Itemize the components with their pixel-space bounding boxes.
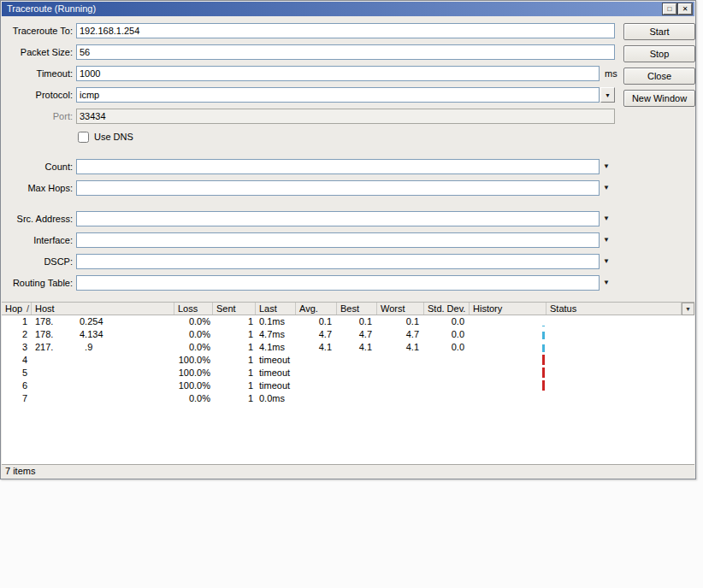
traceroute-table-header: Hop/HostLossSentLastAvg.BestWorstStd. De… (2, 303, 682, 315)
interface-label: Interface: (1, 232, 73, 248)
close-button[interactable]: Close (623, 68, 695, 85)
cell-status (546, 341, 694, 354)
cell-status (546, 315, 694, 328)
protocol-dropdown-button[interactable]: ▼ (600, 87, 615, 103)
column-header-label: Best (340, 303, 359, 315)
history-bar (542, 368, 545, 378)
interface-expand-arrow-icon[interactable]: ▼ (603, 237, 610, 244)
traceroute-row[interactable]: 3217. .90.0%14.1ms4.14.14.10.0 (2, 341, 694, 354)
cell-best (337, 367, 377, 379)
count-input[interactable] (76, 159, 600, 174)
timeout-label: Timeout: (1, 66, 73, 81)
traceroute-window: Traceroute (Running) □ ✕ Traceroute To: … (0, 0, 696, 479)
packet-size-label: Packet Size: (1, 44, 73, 60)
stop-button[interactable]: Stop (623, 45, 695, 62)
close-button[interactable]: ✕ (678, 3, 692, 15)
traceroute-status-text: 7 items (5, 466, 35, 476)
field-timeout: Timeout: ms (1, 66, 695, 81)
cell-host: 178. 4.134 (32, 328, 174, 341)
cell-avg (296, 354, 337, 367)
field-port: Port: (1, 109, 695, 124)
cell-hop: 7 (2, 392, 32, 405)
column-header-label: Worst (381, 303, 405, 315)
packet-size-input[interactable] (76, 44, 615, 60)
traceroute-row[interactable]: 6100.0%1timeout (2, 379, 694, 392)
cell-loss: 100.0% (174, 354, 213, 367)
cell-hop: 4 (2, 354, 32, 367)
cell-status (546, 379, 694, 392)
column-header-worst[interactable]: Worst (377, 303, 424, 315)
traceroute-row[interactable]: 70.0%10.0ms (2, 392, 694, 405)
routing-table-input[interactable] (76, 275, 600, 291)
traceroute-row[interactable]: 2178. 4.1340.0%14.7ms4.74.74.70.0 (2, 328, 694, 341)
column-select-button[interactable]: ▼ (682, 303, 694, 315)
timeout-input[interactable] (76, 66, 600, 81)
cell-avg: 4.7 (296, 328, 337, 341)
column-header-label: Host (35, 303, 55, 315)
use-dns-checkbox[interactable] (78, 132, 89, 143)
chevron-down-icon: ▼ (685, 306, 691, 312)
column-header-last[interactable]: Last (256, 303, 296, 315)
column-header-stddev[interactable]: Std. Dev. (424, 303, 470, 315)
field-packet-size: Packet Size: (1, 44, 695, 60)
protocol-select[interactable] (76, 87, 600, 103)
cell-last: 0.1ms (256, 315, 296, 328)
cell-last: timeout (256, 367, 296, 379)
traceroute-titlebar[interactable]: Traceroute (Running) □ ✕ (2, 2, 694, 16)
max-hops-input[interactable] (76, 180, 600, 196)
cell-avg (296, 367, 337, 379)
cell-avg: 4.1 (296, 341, 337, 354)
src-address-label: Src. Address: (1, 211, 73, 226)
field-dscp: DSCP: ▼ (1, 254, 695, 269)
cell-sent: 1 (213, 379, 256, 392)
chevron-down-icon: ▼ (605, 92, 611, 98)
protocol-label: Protocol: (1, 87, 73, 103)
cell-last: timeout (256, 354, 296, 367)
src-address-input[interactable] (76, 211, 600, 226)
cell-history (470, 328, 546, 341)
history-bar (542, 344, 545, 352)
src-address-expand-arrow-icon[interactable]: ▼ (603, 215, 610, 222)
traceroute-row[interactable]: 1178. 0.2540.0%10.1ms0.10.10.10.0 (2, 315, 694, 328)
cell-sent: 1 (213, 367, 256, 379)
cell-history (470, 354, 546, 367)
column-header-status[interactable]: Status (546, 303, 682, 315)
column-header-avg[interactable]: Avg. (296, 303, 337, 315)
column-header-hop[interactable]: Hop/ (2, 303, 32, 315)
new-window-button[interactable]: New Window (623, 90, 695, 107)
cell-history (470, 379, 546, 392)
traceroute-row[interactable]: 4100.0%1timeout (2, 354, 694, 367)
field-max-hops: Max Hops: ▼ (1, 180, 695, 196)
column-header-history[interactable]: History (470, 303, 546, 315)
column-header-host[interactable]: Host (32, 303, 174, 315)
column-header-best[interactable]: Best (337, 303, 377, 315)
cell-worst (377, 379, 424, 392)
cell-loss: 0.0% (174, 392, 213, 405)
cell-last: 4.7ms (256, 328, 296, 341)
cell-loss: 0.0% (174, 341, 213, 354)
cell-best (337, 354, 377, 367)
start-button[interactable]: Start (623, 23, 695, 40)
traceroute-results-table: Hop/HostLossSentLastAvg.BestWorstStd. De… (2, 302, 694, 464)
count-expand-arrow-icon[interactable]: ▼ (603, 163, 610, 170)
interface-input[interactable] (76, 232, 600, 248)
dscp-expand-arrow-icon[interactable]: ▼ (603, 258, 610, 265)
cell-history (470, 392, 546, 405)
cell-hop: 6 (2, 379, 32, 392)
column-header-sent[interactable]: Sent (213, 303, 256, 315)
column-header-loss[interactable]: Loss (174, 303, 213, 315)
cell-loss: 100.0% (174, 379, 213, 392)
cell-worst: 0.1 (377, 315, 424, 328)
cell-status (546, 367, 694, 379)
routing-table-expand-arrow-icon[interactable]: ▼ (603, 279, 610, 286)
cell-hop: 2 (2, 328, 32, 341)
field-use-dns: Use DNS (1, 130, 695, 145)
maximize-button[interactable]: □ (663, 3, 676, 15)
cell-worst (377, 392, 424, 405)
cell-stddev (424, 367, 470, 379)
column-header-label: Avg. (299, 303, 318, 315)
traceroute-row[interactable]: 5100.0%1timeout (2, 367, 694, 379)
dscp-input[interactable] (76, 254, 600, 269)
traceroute-to-input[interactable] (76, 23, 615, 38)
max-hops-expand-arrow-icon[interactable]: ▼ (603, 185, 610, 191)
